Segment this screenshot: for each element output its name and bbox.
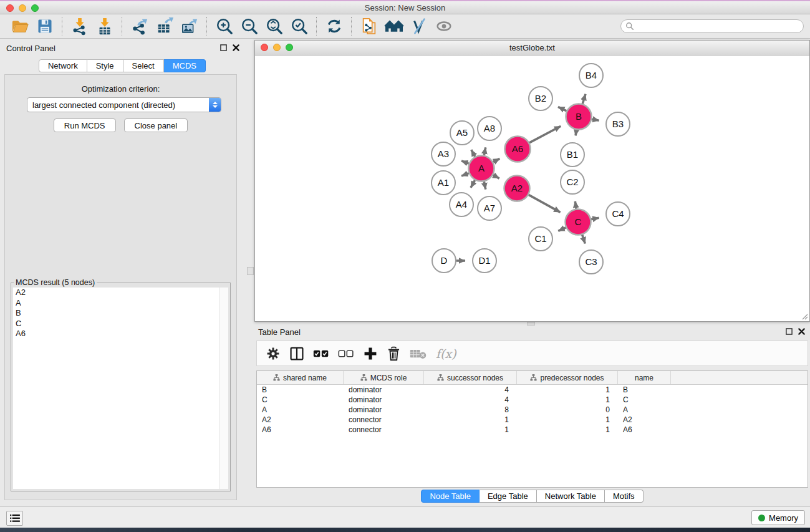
- column-header[interactable]: successor nodes: [424, 371, 517, 384]
- table-settings-button[interactable]: [266, 344, 281, 363]
- refresh-layout-button[interactable]: [322, 16, 347, 37]
- network-canvas[interactable]: B4B2BB3A8A5A6A3B1AA1C2A2A4A7C4CC1DD1C3: [255, 56, 809, 321]
- edge-C-C1[interactable]: [558, 228, 566, 231]
- control-tab-mcds[interactable]: MCDS: [164, 59, 206, 72]
- table-cell[interactable]: 1: [424, 425, 517, 434]
- window-resize-grip[interactable]: [801, 312, 808, 320]
- create-column-button[interactable]: [363, 344, 378, 363]
- column-header[interactable]: MCDS role: [344, 371, 424, 384]
- import-network-button[interactable]: [67, 16, 92, 37]
- table-cell[interactable]: A: [618, 405, 671, 414]
- mcds-result-item[interactable]: A: [13, 298, 220, 309]
- close-panel-icon[interactable]: [798, 328, 805, 335]
- table-cell[interactable]: 4: [424, 395, 517, 404]
- vertical-splitter-grip[interactable]: [247, 267, 254, 275]
- node-table[interactable]: shared nameMCDS rolesuccessor nodesprede…: [256, 370, 808, 488]
- control-tab-select[interactable]: Select: [123, 59, 164, 72]
- table-cell[interactable]: dominator: [344, 405, 424, 414]
- edge-A-A6[interactable]: [493, 158, 499, 162]
- edge-A-A2[interactable]: [493, 175, 499, 179]
- float-panel-icon[interactable]: [786, 328, 793, 335]
- table-row[interactable]: Cdominator41C: [257, 395, 808, 405]
- column-header[interactable]: predecessor nodes: [517, 371, 618, 384]
- export-table-button[interactable]: [152, 16, 177, 37]
- toggle-column-view-button[interactable]: [289, 344, 304, 363]
- edge-B-B3[interactable]: [592, 119, 599, 120]
- edge-B-B2[interactable]: [558, 107, 567, 110]
- edge-A-A5[interactable]: [471, 150, 475, 157]
- mcds-result-item[interactable]: C: [13, 319, 220, 329]
- table-cell[interactable]: C: [618, 395, 671, 404]
- mcds-result-item[interactable]: A2: [13, 288, 220, 298]
- table-cell[interactable]: 1: [517, 415, 618, 424]
- table-cell[interactable]: 0: [517, 405, 618, 414]
- zoom-fit-button[interactable]: [262, 16, 287, 37]
- search-input[interactable]: [637, 21, 803, 31]
- edge-B-B4[interactable]: [582, 94, 586, 104]
- delete-column-button[interactable]: [387, 344, 401, 363]
- mcds-result-item[interactable]: A6: [13, 329, 220, 339]
- task-history-button[interactable]: [6, 511, 23, 526]
- table-tab-network-table[interactable]: Network Table: [537, 490, 605, 503]
- zoom-selected-button[interactable]: [287, 16, 312, 37]
- control-tab-style[interactable]: Style: [87, 59, 123, 72]
- mcds-result-item[interactable]: B: [13, 308, 220, 319]
- open-file-button[interactable]: [7, 16, 32, 37]
- table-row[interactable]: Bdominator41B: [257, 385, 808, 395]
- edge-C-C4[interactable]: [591, 218, 599, 220]
- float-panel-icon[interactable]: [220, 44, 227, 51]
- save-session-button[interactable]: [32, 16, 57, 37]
- column-header[interactable]: name: [618, 371, 671, 384]
- table-cell[interactable]: A2: [257, 415, 344, 424]
- import-table-button[interactable]: [92, 16, 117, 37]
- table-cell[interactable]: 4: [424, 385, 517, 394]
- unselect-all-columns-button[interactable]: [338, 344, 354, 363]
- run-mcds-button[interactable]: Run MCDS: [54, 118, 116, 132]
- export-network-button[interactable]: [127, 16, 152, 37]
- home-view-button[interactable]: [382, 16, 407, 37]
- edge-B-B1[interactable]: [576, 130, 577, 135]
- table-row[interactable]: A2connector11A2: [257, 415, 808, 425]
- toggle-graphics-details-button[interactable]: [407, 16, 432, 37]
- show-hide-panel-button[interactable]: [432, 16, 456, 37]
- table-cell[interactable]: A2: [618, 415, 671, 424]
- control-tab-network[interactable]: Network: [39, 59, 87, 72]
- edge-C-C2[interactable]: [575, 201, 576, 209]
- table-cell[interactable]: 1: [517, 395, 618, 404]
- mcds-result-list[interactable]: A2ABCA6: [13, 288, 220, 489]
- table-cell[interactable]: connector: [344, 425, 424, 434]
- optimization-criterion-select[interactable]: largest connected component (directed): [27, 97, 221, 112]
- table-cell[interactable]: connector: [344, 415, 424, 424]
- select-all-columns-button[interactable]: [313, 344, 329, 363]
- edge-A-A1[interactable]: [461, 173, 469, 176]
- table-cell[interactable]: 8: [424, 405, 517, 414]
- table-row[interactable]: A6connector11A6: [257, 425, 808, 435]
- network-window-titlebar[interactable]: testGlobe.txt: [255, 41, 809, 56]
- edge-A6-B[interactable]: [529, 126, 561, 143]
- edge-C-C3[interactable]: [582, 235, 586, 243]
- table-tab-node-table[interactable]: Node Table: [421, 490, 480, 503]
- table-cell[interactable]: dominator: [344, 385, 424, 394]
- edge-A-A7[interactable]: [484, 181, 486, 190]
- table-cell[interactable]: A: [257, 405, 344, 414]
- table-tab-edge-table[interactable]: Edge Table: [480, 490, 537, 503]
- table-cell[interactable]: 1: [517, 385, 618, 394]
- table-tab-motifs[interactable]: Motifs: [605, 490, 644, 503]
- close-panel-button[interactable]: Close panel: [124, 118, 188, 132]
- clone-network-button[interactable]: [357, 16, 382, 37]
- edge-A2-C[interactable]: [529, 195, 561, 212]
- zoom-out-button[interactable]: [237, 16, 262, 37]
- table-cell[interactable]: A6: [257, 425, 344, 434]
- edge-A-A4[interactable]: [471, 180, 475, 188]
- export-image-button[interactable]: [177, 16, 202, 37]
- table-cell[interactable]: B: [257, 385, 344, 394]
- column-header[interactable]: shared name: [257, 371, 344, 384]
- edge-A-A8[interactable]: [484, 147, 486, 155]
- mcds-result-scrollbar[interactable]: [219, 288, 228, 489]
- search-field[interactable]: [620, 19, 804, 33]
- table-row[interactable]: Adominator80A: [257, 405, 808, 415]
- table-cell[interactable]: B: [618, 385, 671, 394]
- table-cell[interactable]: C: [257, 395, 344, 404]
- zoom-in-button[interactable]: [212, 16, 237, 37]
- close-panel-icon[interactable]: [233, 44, 239, 51]
